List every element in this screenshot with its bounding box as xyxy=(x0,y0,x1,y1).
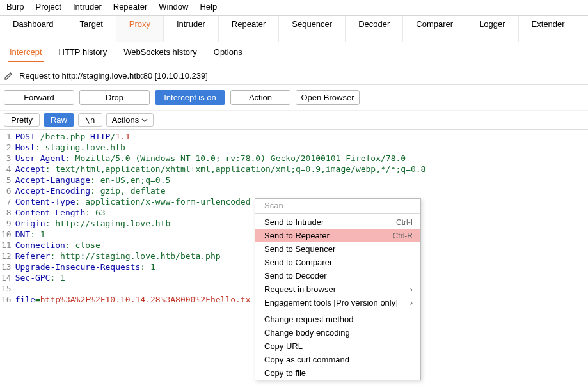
context-item-label: Copy to file xyxy=(264,368,306,378)
action-bar: Forward Drop Intercept is on Action Open… xyxy=(0,85,588,110)
context-item-label: Copy URL xyxy=(264,341,303,351)
context-item-label: Send to Sequencer xyxy=(264,244,335,254)
menu-project[interactable]: Project xyxy=(35,2,61,12)
context-send-to-sequencer[interactable]: Send to Sequencer xyxy=(255,242,420,256)
actions-dropdown-label: Actions xyxy=(112,115,139,125)
menu-bar: BurpProjectIntruderRepeaterWindowHelp xyxy=(0,0,588,15)
context-send-to-comparer[interactable]: Send to Comparer xyxy=(255,256,420,269)
tab-target[interactable]: Target xyxy=(67,16,116,42)
subtab-websockets-history[interactable]: WebSockets history xyxy=(122,46,199,62)
tab-intruder[interactable]: Intruder xyxy=(164,16,219,42)
context-scan: Scan xyxy=(255,199,420,212)
raw-tab[interactable]: Raw xyxy=(44,113,74,127)
tab-comparer[interactable]: Comparer xyxy=(403,16,466,42)
actions-dropdown[interactable]: Actions xyxy=(106,113,154,127)
tab-repeater[interactable]: Repeater xyxy=(219,16,279,42)
context-copy-as-curl-command[interactable]: Copy as curl command xyxy=(255,353,420,366)
subtab-options[interactable]: Options xyxy=(212,46,244,62)
menu-intruder[interactable]: Intruder xyxy=(73,2,102,12)
pretty-tab[interactable]: Pretty xyxy=(4,113,40,127)
context-separator xyxy=(255,213,420,214)
tab-project-options[interactable]: Project options xyxy=(578,16,588,42)
context-item-label: Send to Comparer xyxy=(264,258,332,267)
action-button[interactable]: Action xyxy=(230,90,290,105)
context-shortcut: Ctrl-R xyxy=(393,231,413,240)
context-engagement-tools-pro-version-only-[interactable]: Engagement tools [Pro version only]› xyxy=(255,296,420,309)
context-request-in-browser[interactable]: Request in browser› xyxy=(255,283,420,296)
context-copy-url[interactable]: Copy URL xyxy=(255,339,420,353)
context-send-to-repeater[interactable]: Send to RepeaterCtrl-R xyxy=(255,229,420,242)
context-item-label: Change body encoding xyxy=(264,328,350,338)
line-gutter: 12345678910111213141516 xyxy=(0,131,15,305)
proxy-subtabs: InterceptHTTP historyWebSockets historyO… xyxy=(0,42,588,65)
context-separator xyxy=(255,311,420,311)
menu-repeater[interactable]: Repeater xyxy=(113,2,147,12)
newline-toggle[interactable]: \n xyxy=(78,113,102,127)
context-item-label: Scan xyxy=(264,201,283,210)
tab-extender[interactable]: Extender xyxy=(519,16,578,42)
context-menu: ScanSend to IntruderCtrl-ISend to Repeat… xyxy=(255,198,421,380)
open-browser-button[interactable]: Open Browser xyxy=(296,90,360,105)
chevron-right-icon: › xyxy=(410,298,413,307)
drop-button[interactable]: Drop xyxy=(79,90,150,105)
context-item-label: Request in browser xyxy=(264,284,336,294)
context-change-request-method[interactable]: Change request method xyxy=(255,313,420,326)
subtab-intercept[interactable]: Intercept xyxy=(8,46,44,62)
tab-dashboard[interactable]: Dashboard xyxy=(0,16,67,42)
request-info-bar: Request to http://staging.love.htb:80 [1… xyxy=(0,65,588,85)
context-change-body-encoding[interactable]: Change body encoding xyxy=(255,326,420,339)
context-item-label: Send to Decoder xyxy=(264,271,327,281)
request-target-label: Request to http://staging.love.htb:80 [1… xyxy=(19,71,208,81)
context-item-label: Engagement tools [Pro version only] xyxy=(264,298,398,307)
chevron-right-icon: › xyxy=(410,284,413,294)
subtab-http-history[interactable]: HTTP history xyxy=(57,46,109,62)
menu-window[interactable]: Window xyxy=(159,2,188,12)
menu-help[interactable]: Help xyxy=(200,2,217,12)
forward-button[interactable]: Forward xyxy=(4,90,74,105)
tab-sequencer[interactable]: Sequencer xyxy=(279,16,346,42)
context-send-to-decoder[interactable]: Send to Decoder xyxy=(255,269,420,283)
context-item-label: Send to Intruder xyxy=(264,217,324,227)
context-item-label: Send to Repeater xyxy=(264,231,330,240)
chevron-down-icon xyxy=(141,117,148,123)
context-item-label: Change request method xyxy=(264,314,353,324)
tab-decoder[interactable]: Decoder xyxy=(346,16,403,42)
context-copy-to-file[interactable]: Copy to file xyxy=(255,366,420,380)
context-item-label: Copy as curl command xyxy=(264,355,349,364)
context-shortcut: Ctrl-I xyxy=(396,218,413,227)
tab-proxy[interactable]: Proxy xyxy=(116,16,164,42)
intercept-toggle-button[interactable]: Intercept is on xyxy=(155,90,225,105)
context-send-to-intruder[interactable]: Send to IntruderCtrl-I xyxy=(255,215,420,229)
edit-icon xyxy=(4,70,14,81)
menu-burp[interactable]: Burp xyxy=(6,2,24,12)
view-mode-bar: Pretty Raw \n Actions xyxy=(0,110,588,130)
main-tabs: DashboardTargetProxyIntruderRepeaterSequ… xyxy=(0,15,588,42)
tab-logger[interactable]: Logger xyxy=(466,16,518,42)
